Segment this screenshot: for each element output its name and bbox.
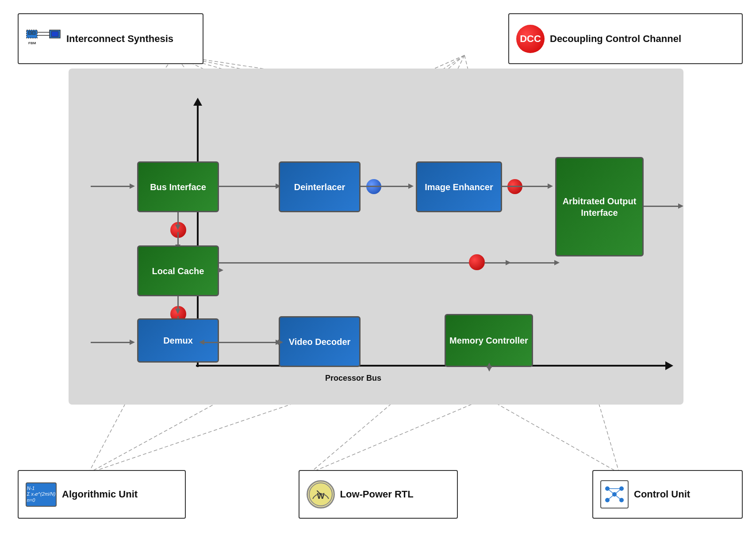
dcc-icon: DCC — [516, 25, 545, 53]
svg-line-15 — [310, 398, 487, 473]
interconnect-icon: FBM — [26, 26, 61, 52]
svg-line-11 — [88, 398, 128, 473]
svg-line-12 — [88, 398, 226, 473]
legend-low-power: W Low-Power RTL — [299, 470, 458, 519]
legend-interconnect-synthesis: FBM Interconnect Synthesis — [18, 13, 203, 64]
svg-line-35 — [614, 489, 622, 494]
arrow-bus-to-deinterlacer — [219, 186, 276, 187]
arrow-long-h-2 — [484, 262, 555, 264]
svg-rect-19 — [28, 31, 31, 34]
svg-rect-20 — [32, 31, 35, 34]
arbitrated-output-block: Arbitrated Output Interface — [555, 157, 644, 256]
svg-line-16 — [597, 398, 619, 473]
arrow-cache-to-demux — [177, 296, 179, 310]
control-unit-label: Control Unit — [634, 489, 690, 500]
svg-text:W: W — [317, 492, 324, 501]
svg-text:FBM: FBM — [28, 41, 36, 45]
arrow-deinterlacer-to-enhancer — [361, 186, 409, 187]
svg-line-36 — [607, 494, 614, 500]
deinterlacer-block: Deinterlacer — [279, 161, 361, 212]
image-enhancer-block: Image Enhancer — [416, 161, 502, 212]
svg-rect-22 — [51, 31, 58, 37]
svg-line-37 — [614, 494, 622, 500]
local-cache-block: Local Cache — [137, 245, 219, 296]
processor-bus-h-axis — [196, 365, 667, 367]
arrow-bus-to-cache-2 — [177, 232, 179, 245]
svg-line-14 — [310, 398, 398, 473]
interconnect-synthesis-label: Interconnect Synthesis — [66, 33, 173, 45]
arrow-bus-to-cache — [177, 212, 179, 226]
input-arrow-demux — [91, 342, 130, 343]
svg-line-17 — [487, 398, 619, 473]
algo-label: Algorithmic Unit — [62, 489, 138, 500]
low-power-label: Low-Power RTL — [340, 489, 414, 500]
dcc-label: Decoupling Control Channel — [550, 33, 681, 45]
dcc-dot-horizontal — [469, 254, 485, 270]
demux-block: Demux — [137, 318, 219, 363]
legend-control-unit: Control Unit — [592, 470, 743, 519]
legend-algorithmic: N-1Σ xₙe^(2πi/N)n=0 Algorithmic Unit — [18, 470, 186, 519]
network-icon — [600, 480, 629, 509]
main-diagram-area: Processor Bus Bus Interface Local Cache … — [69, 69, 683, 405]
memory-controller-block: Memory Controller — [445, 314, 533, 367]
arrow-long-horizontal — [219, 262, 507, 264]
algo-icon: N-1Σ xₙe^(2πi/N)n=0 — [26, 482, 57, 507]
input-arrow-bus — [91, 186, 130, 187]
output-arrow — [644, 206, 679, 207]
gauge-icon: W — [307, 480, 335, 509]
arrow-bidir-video — [203, 342, 279, 343]
legend-dcc: DCC Decoupling Control Channel — [508, 13, 743, 64]
arrow-enhancer-to-output — [502, 186, 549, 187]
processor-bus-label: Processor Bus — [325, 374, 381, 383]
bus-interface-block: Bus Interface — [137, 161, 219, 212]
svg-line-13 — [88, 398, 310, 473]
svg-line-34 — [607, 489, 614, 494]
video-decoder-block: Video Decoder — [279, 316, 361, 367]
